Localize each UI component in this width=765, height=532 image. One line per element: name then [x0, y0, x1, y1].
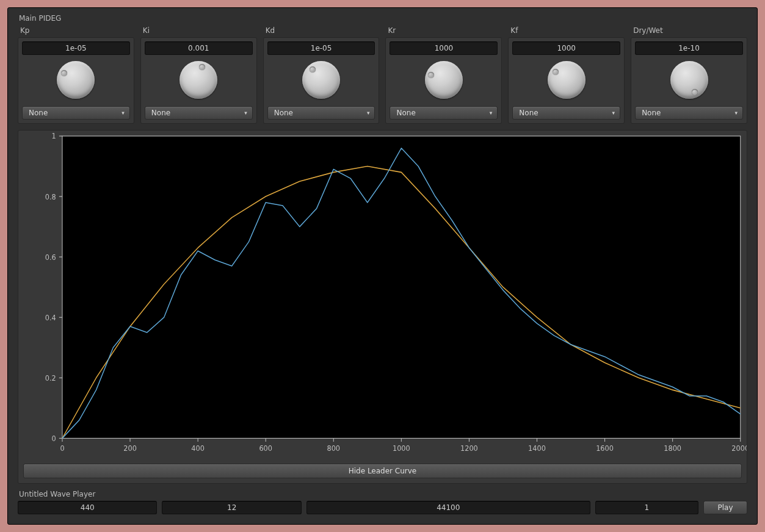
knob-indicator-dot [199, 64, 205, 70]
svg-rect-0 [62, 136, 741, 438]
knob-indicator-dot [310, 66, 316, 73]
knob-value-field[interactable]: 1e-05 [267, 41, 375, 55]
panel-title: Main PIDEG [18, 14, 747, 23]
knob-cell-dry-wet: Dry/Wet1e-10None▾ [631, 26, 747, 124]
select-value: None [29, 109, 48, 117]
svg-text:1400: 1400 [528, 444, 546, 453]
knob-dial[interactable] [425, 61, 463, 99]
knob-dial[interactable] [302, 61, 340, 99]
knob-box: 1000None▾ [508, 37, 625, 124]
knob-mod-source-select[interactable]: None▾ [145, 106, 253, 120]
knob-mod-source-select[interactable]: None▾ [635, 106, 743, 120]
svg-text:1600: 1600 [596, 444, 614, 453]
chevron-down-icon: ▾ [734, 110, 738, 116]
svg-text:1200: 1200 [460, 444, 478, 453]
svg-text:600: 600 [259, 444, 272, 453]
select-value: None [642, 109, 661, 117]
chevron-down-icon: ▾ [612, 110, 615, 116]
knob-label: Kr [385, 26, 502, 35]
svg-text:1000: 1000 [393, 444, 410, 453]
chevron-down-icon: ▾ [367, 110, 370, 116]
chevron-down-icon: ▾ [490, 110, 493, 116]
knob-indicator-dot [553, 69, 559, 75]
knob-cell-kd: Kd1e-05None▾ [263, 26, 380, 124]
knob-box: 1e-05None▾ [18, 37, 134, 124]
knob-value-field[interactable]: 0.001 [145, 41, 253, 55]
knob-value-field[interactable]: 1000 [512, 41, 620, 55]
knob-cell-kf: Kf1000None▾ [508, 26, 625, 124]
select-value: None [151, 109, 170, 117]
knob-dial-wrap [635, 61, 743, 99]
knob-dial-wrap [145, 61, 253, 99]
knob-cell-kr: Kr1000None▾ [385, 26, 502, 124]
knob-mod-source-select[interactable]: None▾ [267, 106, 375, 120]
knob-label: Kf [508, 26, 625, 35]
knob-mod-source-select[interactable]: None▾ [22, 106, 130, 120]
knob-dial-wrap [512, 61, 620, 99]
knob-label: Ki [140, 26, 257, 35]
knob-dial-wrap [22, 61, 130, 99]
knob-dial[interactable] [548, 61, 586, 99]
knob-box: 1000None▾ [385, 37, 502, 124]
knob-box: 0.001None▾ [140, 37, 257, 124]
select-value: None [396, 109, 415, 117]
svg-text:200: 200 [123, 444, 137, 453]
knob-indicator-dot [692, 89, 698, 95]
knob-mod-source-select[interactable]: None▾ [390, 106, 498, 120]
knob-dial-wrap [267, 61, 375, 99]
wave-gain-field[interactable]: 1 [595, 501, 698, 514]
envelope-chart: 00.20.40.60.8102004006008001000120014001… [18, 131, 747, 459]
knob-cell-ki: Ki0.001None▾ [140, 26, 257, 124]
wave-samplerate-field[interactable]: 44100 [306, 501, 590, 514]
svg-text:2000: 2000 [731, 444, 747, 453]
hide-leader-button[interactable]: Hide Leader Curve [23, 464, 742, 478]
knob-indicator-dot [428, 72, 434, 78]
svg-text:1: 1 [52, 132, 56, 141]
knob-label: Dry/Wet [631, 26, 747, 35]
knob-box: 1e-05None▾ [263, 37, 380, 124]
svg-text:400: 400 [191, 444, 205, 453]
svg-text:800: 800 [327, 444, 340, 453]
wave-player-title: Untitled Wave Player [19, 490, 747, 498]
svg-text:0.6: 0.6 [45, 253, 56, 262]
svg-text:0.2: 0.2 [45, 373, 56, 383]
knob-value-field[interactable]: 1e-05 [22, 41, 130, 55]
knob-dial[interactable] [57, 61, 95, 99]
knob-row: Kp1e-05None▾Ki0.001None▾Kd1e-05None▾Kr10… [18, 26, 747, 124]
knob-box: 1e-10None▾ [631, 37, 747, 124]
svg-text:0: 0 [60, 444, 64, 453]
knob-label: Kp [18, 26, 134, 35]
svg-text:1800: 1800 [664, 444, 681, 453]
chevron-down-icon: ▾ [121, 110, 125, 116]
knob-cell-kp: Kp1e-05None▾ [18, 26, 134, 124]
select-value: None [519, 109, 538, 117]
chart-panel: 00.20.40.60.8102004006008001000120014001… [18, 130, 747, 484]
knob-indicator-dot [61, 70, 67, 76]
wave-freq-field[interactable]: 440 [18, 501, 157, 514]
knob-dial-wrap [390, 61, 498, 99]
knob-mod-source-select[interactable]: None▾ [512, 106, 620, 120]
svg-text:0.4: 0.4 [45, 313, 56, 322]
app-window: Main PIDEG Kp1e-05None▾Ki0.001None▾Kd1e-… [7, 7, 758, 525]
chevron-down-icon: ▾ [244, 110, 247, 116]
svg-text:0.8: 0.8 [45, 192, 56, 201]
knob-dial[interactable] [179, 61, 217, 99]
knob-label: Kd [263, 26, 380, 35]
wave-duration-field[interactable]: 12 [162, 501, 301, 514]
chart-area: 00.20.40.60.8102004006008001000120014001… [18, 131, 747, 459]
knob-value-field[interactable]: 1e-10 [635, 41, 743, 55]
select-value: None [274, 109, 293, 117]
svg-text:0: 0 [52, 434, 56, 443]
play-button[interactable]: Play [703, 501, 747, 514]
knob-dial[interactable] [670, 61, 708, 99]
knob-value-field[interactable]: 1000 [390, 41, 498, 55]
wave-player-row: 440 12 44100 1 Play [18, 501, 747, 514]
